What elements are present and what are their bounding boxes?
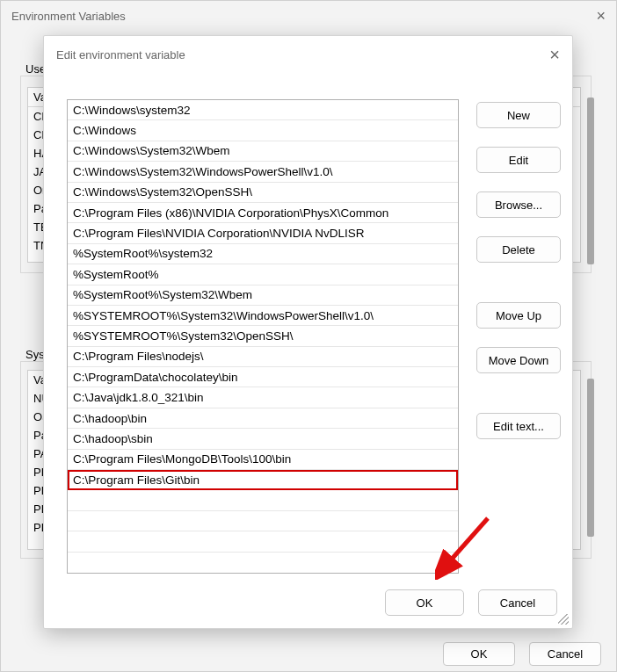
move-up-button[interactable]: Move Up bbox=[476, 302, 561, 329]
edit-button[interactable]: Edit bbox=[476, 147, 561, 173]
path-entry-empty[interactable] bbox=[68, 490, 458, 510]
path-entry[interactable]: C:\hadoop\sbin bbox=[68, 429, 458, 449]
scrollbar-thumb[interactable] bbox=[587, 98, 594, 264]
browse-button[interactable]: Browse... bbox=[476, 191, 561, 218]
env-vars-titlebar: Environment Variables × bbox=[1, 1, 616, 31]
path-entry[interactable]: %SYSTEMROOT%\System32\WindowsPowerShell\… bbox=[68, 306, 458, 326]
path-listbox[interactable]: C:\Windows\system32C:\WindowsC:\Windows\… bbox=[67, 99, 459, 574]
resize-grip-icon[interactable] bbox=[558, 614, 569, 625]
edit-env-var-title: Edit environment variable bbox=[56, 48, 185, 61]
path-entry[interactable]: %SYSTEMROOT%\System32\OpenSSH\ bbox=[68, 326, 458, 346]
path-entry[interactable]: C:\Java\jdk1.8.0_321\bin bbox=[68, 387, 458, 408]
delete-button[interactable]: Delete bbox=[476, 236, 561, 263]
path-entry[interactable]: C:\Program Files\nodejs\ bbox=[68, 347, 458, 367]
path-entry[interactable]: %SystemRoot%\System32\Wbem bbox=[68, 285, 458, 306]
path-entry-empty[interactable] bbox=[68, 511, 458, 531]
edit-text-button[interactable]: Edit text... bbox=[476, 413, 561, 439]
close-icon[interactable]: × bbox=[549, 46, 560, 63]
ok-button[interactable]: OK bbox=[443, 642, 515, 666]
new-button[interactable]: New bbox=[476, 102, 561, 128]
path-entry[interactable]: C:\Windows\System32\WindowsPowerShell\v1… bbox=[68, 162, 458, 182]
path-entry[interactable]: C:\Program Files\Git\bin bbox=[68, 470, 458, 490]
path-entry[interactable]: C:\hadoop\bin bbox=[68, 408, 458, 429]
ok-button[interactable]: OK bbox=[385, 589, 464, 616]
path-entry[interactable]: C:\Windows\System32\Wbem bbox=[68, 141, 458, 162]
path-entry[interactable]: C:\Program Files\MongoDB\Tools\100\bin bbox=[68, 450, 458, 470]
cancel-button[interactable]: Cancel bbox=[478, 589, 557, 616]
path-entry[interactable]: C:\Program Files\NVIDIA Corporation\NVID… bbox=[68, 223, 458, 243]
path-entry[interactable]: C:\Windows\System32\OpenSSH\ bbox=[68, 183, 458, 203]
path-entry[interactable]: C:\ProgramData\chocolatey\bin bbox=[68, 367, 458, 387]
path-entry[interactable]: %SystemRoot% bbox=[68, 264, 458, 285]
path-entry[interactable]: C:\Windows bbox=[68, 120, 458, 141]
path-entry[interactable]: C:\Program Files (x86)\NVIDIA Corporatio… bbox=[68, 203, 458, 223]
scrollbar-thumb[interactable] bbox=[587, 379, 594, 537]
edit-env-var-dialog: Edit environment variable × C:\Windows\s… bbox=[43, 35, 573, 629]
cancel-button[interactable]: Cancel bbox=[529, 642, 601, 666]
path-entry[interactable]: C:\Windows\system32 bbox=[68, 100, 458, 120]
path-entry[interactable]: %SystemRoot%\system32 bbox=[68, 244, 458, 264]
env-vars-title: Environment Variables bbox=[11, 10, 126, 23]
move-down-button[interactable]: Move Down bbox=[476, 347, 561, 373]
close-icon[interactable]: × bbox=[596, 8, 606, 24]
edit-env-var-titlebar: Edit environment variable × bbox=[44, 36, 572, 73]
path-entry-empty[interactable] bbox=[68, 531, 458, 552]
